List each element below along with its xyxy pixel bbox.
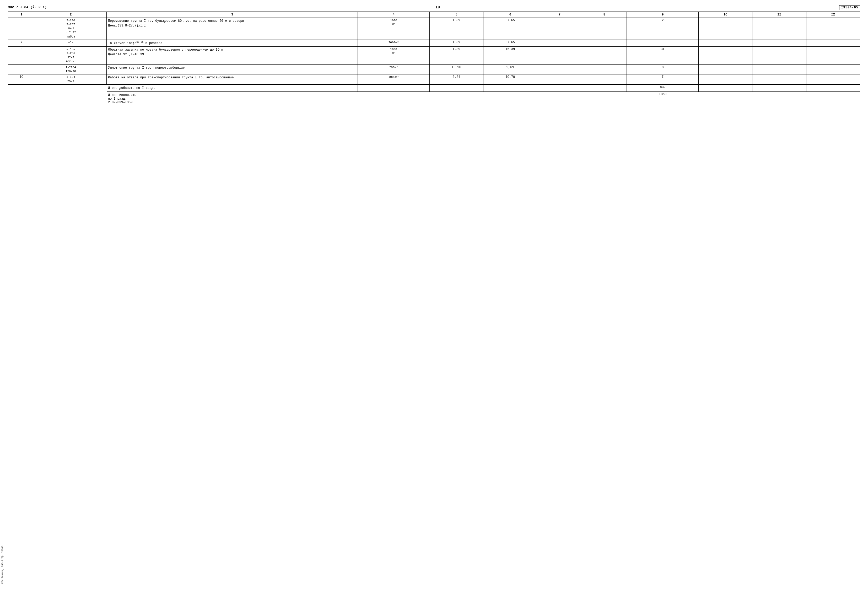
row-9-desc: Уплотнение грунта I гр. пневмотрамбовкам… [107, 65, 358, 74]
row-10-col6: IO,70 [484, 74, 537, 84]
total-2-col6 [484, 92, 537, 106]
total-1-col12 [806, 84, 860, 92]
row-7-col11 [752, 40, 806, 47]
row-6-col6: 67,65 [484, 18, 537, 40]
row-6-ref: I-230I-23729-Iп.I.IIтаб.3 [35, 18, 107, 40]
row-10-unit: I000м³ [358, 74, 430, 84]
main-table: I 2 3 4 5 6 7 8 9 IO II I2 6 I-230I-2372… [8, 12, 860, 106]
row-9-col9: I83 [627, 65, 699, 74]
col-header-11: II [752, 12, 806, 18]
col-header-9: 9 [627, 12, 699, 18]
total-2-col10 [699, 92, 752, 106]
total-2-label: Итого исключитьпо I разд.2I89–839=I350 [107, 92, 358, 106]
row-8-desc: Обратная засыпка котлована бульдозером с… [107, 47, 358, 65]
total-2-col12 [806, 92, 860, 106]
row-7-col10 [699, 40, 752, 47]
table-row: 8 – " –I-2563I-Iтех.ч. Обратная засыпка … [8, 47, 860, 65]
total-empty-1 [8, 84, 35, 92]
total-1-col10 [699, 84, 752, 92]
row-10-col11 [752, 74, 806, 84]
row-8-col9: 3I [627, 47, 699, 65]
row-7-unit: I000м³ [358, 40, 430, 47]
row-8-col10 [699, 47, 752, 65]
total-2-col7 [537, 92, 582, 106]
row-8-ref: – " –I-2563I-Iтех.ч. [35, 47, 107, 65]
total-1-col8 [582, 84, 627, 92]
total-2-col4 [358, 92, 430, 106]
row-number-10: IO [8, 74, 35, 84]
row-8-col6: I6,39 [484, 47, 537, 65]
total-1-col6 [484, 84, 537, 92]
row-7-col9 [627, 40, 699, 47]
total-2-col8 [582, 92, 627, 106]
row-9-col6: 9,69 [484, 65, 537, 74]
row-9-col12 [806, 65, 860, 74]
row-number-8: 8 [8, 47, 35, 65]
page-header: 902-7-I.84 (Ў. к 1) I9 I9504-05 [8, 5, 860, 10]
row-8-col11 [752, 47, 806, 65]
row-6-col5: I,89 [429, 18, 483, 40]
row-6-col11 [752, 18, 806, 40]
total-2-col9: I350 [627, 92, 699, 106]
table-row: 7 –"– То х&overline;е67,65 в резерва I00… [8, 40, 860, 47]
row-10-desc: Работа на отвале при транспортировании г… [107, 74, 358, 84]
table-header-row: I 2 3 4 5 6 7 8 9 IO II I2 [8, 12, 860, 18]
row-9-col11 [752, 65, 806, 74]
col-header-3: 3 [107, 12, 358, 18]
row-8-unit: 1000м³ [358, 47, 430, 65]
row-10-col5: 0,24 [429, 74, 483, 84]
total-2-col5 [429, 92, 483, 106]
total-1-col7 [537, 84, 582, 92]
table-row: 9 I-II84II8-IO Уплотнение грунта I гр. п… [8, 65, 860, 74]
total2-empty-2 [35, 92, 107, 106]
row-6-desc: Перемещение грунта I гр. бульдозером 80 … [107, 18, 358, 40]
row-6-col7 [537, 18, 582, 40]
row-9-col5: I8,90 [429, 65, 483, 74]
col-header-6: 6 [484, 12, 537, 18]
total-row-1: Итого добавить по I разд. 839 [8, 84, 860, 92]
total-2-col11 [752, 92, 806, 106]
main-table-wrapper: I 2 3 4 5 6 7 8 9 IO II I2 6 I-230I-2372… [8, 12, 860, 106]
row-number-9: 9 [8, 65, 35, 74]
row-10-col8 [582, 74, 627, 84]
row-9-unit: I00м³ [358, 65, 430, 74]
row-6-col9: I28 [627, 18, 699, 40]
row-6-unit: 1000м³ [358, 18, 430, 40]
col-header-8: 8 [582, 12, 627, 18]
row-8-col8 [582, 47, 627, 65]
row-9-col8 [582, 65, 627, 74]
row-10-ref: I-I9425-I [35, 74, 107, 84]
col-header-7: 7 [537, 12, 582, 18]
row-9-ref: I-II84II8-IO [35, 65, 107, 74]
row-10-col12 [806, 74, 860, 84]
row-8-col12 [806, 47, 860, 65]
row-6-col12 [806, 18, 860, 40]
total-row-2: Итого исключитьпо I разд.2I89–839=I350 I… [8, 92, 860, 106]
total-empty-2 [35, 84, 107, 92]
row-7-col5: I,89 [429, 40, 483, 47]
total-1-col11 [752, 84, 806, 92]
col-header-12: I2 [806, 12, 860, 18]
total-1-col4 [358, 84, 430, 92]
total-1-col9: 839 [627, 84, 699, 92]
stamp-area: I9504-05 [829, 5, 860, 10]
row-6-col8 [582, 18, 627, 40]
table-row: IO I-I9425-I Работа на отвале при трансп… [8, 74, 860, 84]
table-row: 6 I-230I-23729-Iп.I.IIтаб.3 Перемещение … [8, 18, 860, 40]
row-9-col10 [699, 65, 752, 74]
row-10-col7 [537, 74, 582, 84]
col-header-4: 4 [358, 12, 430, 18]
row-7-col6: 67,65 [484, 40, 537, 47]
row-9-col7 [537, 65, 582, 74]
row-7-ref: –"– [35, 40, 107, 47]
col-header-2: 2 [35, 12, 107, 18]
row-7-desc: То х&overline;е67,65 в резерва [107, 40, 358, 47]
row-8-col7 [537, 47, 582, 65]
col-header-10: IO [699, 12, 752, 18]
row-8-col5: I,89 [429, 47, 483, 65]
total2-empty-1 [8, 92, 35, 106]
row-7-col7 [537, 40, 582, 47]
row-6-col10 [699, 18, 752, 40]
stamp-box: I9504-05 [839, 5, 860, 10]
total-1-label: Итого добавить по I разд. [107, 84, 358, 92]
